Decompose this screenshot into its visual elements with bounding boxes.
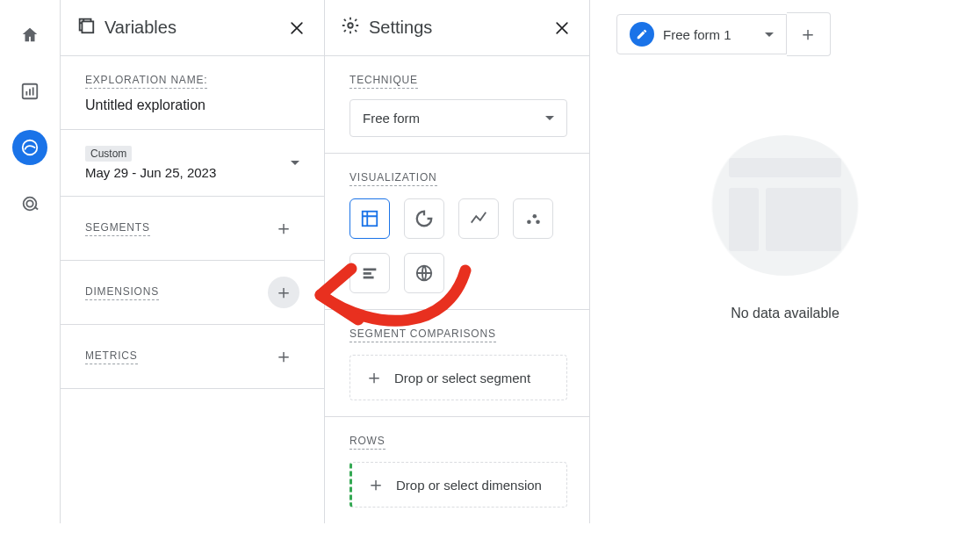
- technique-select[interactable]: Free form: [349, 99, 567, 137]
- plus-icon: ＋: [366, 475, 386, 494]
- left-nav-rail: [0, 0, 60, 523]
- drop-segment-zone[interactable]: ＋ Drop or select segment: [349, 355, 567, 400]
- svg-point-5: [24, 198, 37, 211]
- svg-rect-17: [364, 277, 374, 279]
- empty-state-graphic: [706, 135, 864, 276]
- plus-icon: ＋: [364, 368, 384, 387]
- svg-rect-1: [25, 91, 27, 96]
- add-segment-button[interactable]: ＋: [268, 212, 299, 244]
- pencil-icon: [630, 22, 654, 47]
- plus-icon: ＋: [798, 25, 818, 44]
- svg-point-14: [536, 220, 540, 224]
- dimensions-label: DIMENSIONS: [85, 285, 159, 300]
- exploration-name-input[interactable]: Untitled exploration: [85, 97, 299, 113]
- add-tab-button[interactable]: ＋: [787, 12, 831, 56]
- technique-value: Free form: [363, 111, 420, 126]
- variables-panel: Variables EXPLORATION NAME: Untitled exp…: [60, 0, 325, 523]
- svg-rect-2: [29, 89, 31, 95]
- settings-panel-title: Settings: [369, 18, 432, 38]
- viz-geo-button[interactable]: [404, 253, 444, 293]
- viz-scatter-button[interactable]: [513, 198, 553, 239]
- variables-panel-title: Variables: [104, 18, 177, 38]
- add-dimension-button[interactable]: ＋: [268, 277, 299, 308]
- nav-advertising-icon[interactable]: [12, 186, 47, 221]
- segments-label: SEGMENTS: [85, 221, 150, 236]
- svg-point-6: [26, 200, 32, 206]
- date-range-picker[interactable]: Custom May 29 - Jun 25, 2023: [61, 130, 324, 197]
- gear-icon: [341, 16, 360, 40]
- nav-reports-icon[interactable]: [12, 74, 47, 109]
- plus-icon: ＋: [274, 219, 293, 238]
- viz-donut-button[interactable]: [404, 198, 444, 239]
- svg-rect-16: [364, 272, 371, 275]
- viz-bar-button[interactable]: [349, 253, 390, 293]
- svg-point-13: [533, 214, 537, 219]
- svg-point-11: [421, 215, 427, 221]
- close-icon[interactable]: [285, 17, 308, 40]
- exploration-name-label: EXPLORATION NAME:: [85, 74, 207, 89]
- svg-rect-3: [32, 87, 34, 95]
- metrics-label: METRICS: [85, 349, 138, 364]
- nav-home-icon[interactable]: [12, 18, 47, 53]
- date-range-chip: Custom: [85, 146, 132, 162]
- segment-comparisons-label: SEGMENT COMPARISONS: [349, 328, 496, 342]
- tab-label: Free form 1: [663, 27, 731, 42]
- nav-explore-icon[interactable]: [12, 130, 47, 165]
- viz-table-button[interactable]: [349, 198, 390, 239]
- visualization-label: VISUALIZATION: [349, 171, 437, 186]
- variables-icon: [76, 16, 96, 40]
- close-icon[interactable]: [551, 17, 573, 40]
- drop-segment-text: Drop or select segment: [394, 371, 530, 385]
- svg-rect-8: [82, 21, 93, 32]
- add-metric-button[interactable]: ＋: [268, 341, 299, 372]
- chevron-down-icon: [765, 32, 774, 37]
- technique-label: TECHNIQUE: [349, 74, 418, 89]
- plus-icon: ＋: [274, 283, 293, 302]
- svg-rect-10: [363, 212, 378, 227]
- chevron-down-icon: [545, 116, 554, 120]
- viz-line-button[interactable]: [458, 198, 499, 239]
- svg-point-12: [527, 220, 531, 224]
- svg-rect-15: [364, 269, 377, 271]
- drop-dimension-text: Drop or select dimension: [396, 478, 542, 493]
- svg-point-9: [348, 23, 353, 28]
- exploration-tab[interactable]: Free form 1: [616, 14, 787, 54]
- rows-label: ROWS: [349, 435, 386, 450]
- settings-panel: Settings TECHNIQUE Free form VISUALIZATI…: [325, 0, 590, 523]
- plus-icon: ＋: [274, 347, 293, 366]
- no-data-text: No data available: [731, 306, 839, 321]
- drop-dimension-zone[interactable]: ＋ Drop or select dimension: [349, 462, 567, 508]
- date-range-text: May 29 - Jun 25, 2023: [85, 165, 216, 180]
- exploration-canvas: Free form 1 ＋ No data available: [590, 0, 980, 523]
- chevron-down-icon: [291, 161, 299, 165]
